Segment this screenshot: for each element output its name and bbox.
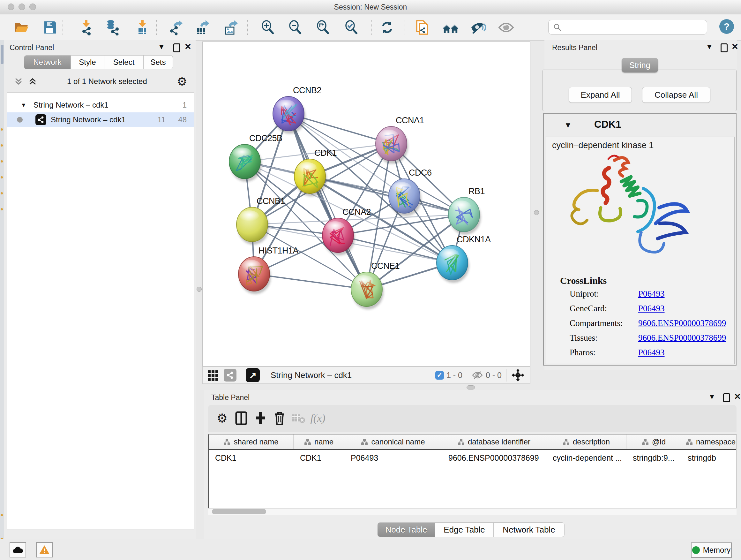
left-splitter-handle[interactable] [197, 287, 202, 292]
export-network-icon[interactable] [167, 19, 184, 36]
protein-collapse-icon[interactable]: ▼ [564, 121, 572, 130]
column-header[interactable]: shared name [209, 435, 293, 449]
tab-style[interactable]: Style [71, 55, 105, 69]
table-toolbar: ⚙ f(x) [208, 405, 737, 432]
memory-button[interactable]: Memory [691, 543, 732, 558]
tab-node-table[interactable]: Node Table [378, 522, 435, 537]
toolbar-separator [467, 369, 467, 381]
panel-float-icon[interactable] [721, 44, 728, 52]
horizontal-splitter-handle[interactable] [467, 385, 475, 389]
node-label: CDC6 [409, 168, 432, 178]
table-horizontal-scrollbar[interactable] [208, 508, 737, 515]
right-splitter-handle[interactable] [534, 210, 539, 215]
network-root-label: String Network – cdk1 [33, 101, 109, 110]
crosslink-label: Tissues: [569, 333, 598, 343]
column-header[interactable]: name [293, 435, 344, 449]
delete-column-icon[interactable] [270, 410, 289, 427]
pan-move-icon[interactable] [511, 368, 525, 382]
tab-network[interactable]: Network [24, 55, 71, 69]
columns-icon[interactable] [232, 410, 251, 427]
panel-menu-icon[interactable]: ▼ [158, 43, 165, 51]
collapse-all-icon[interactable] [14, 77, 23, 86]
expand-all-button[interactable]: Expand All [569, 87, 632, 103]
column-header[interactable]: canonical name [344, 435, 442, 449]
crosslink-value[interactable]: 9606.ENSP00000378699 [638, 333, 726, 343]
panel-float-icon[interactable] [173, 44, 180, 52]
refresh-icon[interactable] [379, 19, 395, 36]
tab-edge-table[interactable]: Edge Table [435, 522, 494, 537]
zoom-in-icon[interactable] [260, 19, 276, 36]
warning-button[interactable] [36, 542, 53, 557]
column-header[interactable]: @id [626, 435, 681, 449]
import-database-icon[interactable] [105, 19, 121, 36]
help-button[interactable]: ? [719, 19, 734, 34]
open-folder-icon[interactable] [13, 19, 30, 36]
crosslink-value[interactable]: 9606.ENSP00000378699 [638, 318, 726, 328]
tree-collapse-icon[interactable]: ▼ [21, 102, 26, 109]
search-input[interactable] [548, 20, 707, 35]
table-row[interactable]: CDK1 CDK1 P06493 9606.ENSP00000378699 cy… [209, 450, 736, 466]
panel-close-icon[interactable]: ✕ [734, 392, 741, 401]
node-label: CCNE1 [371, 261, 400, 271]
main-toolbar: ? [0, 14, 741, 41]
scrollbar-thumb[interactable] [212, 509, 266, 514]
zoom-out-icon[interactable] [287, 19, 304, 36]
node-label: CDK1 [314, 148, 337, 158]
table-gear-icon[interactable]: ⚙ [212, 410, 232, 427]
zoom-selected-icon[interactable] [343, 19, 360, 36]
import-table-icon[interactable] [134, 19, 151, 36]
tab-network-table[interactable]: Network Table [494, 522, 564, 537]
export-image-icon[interactable] [223, 19, 239, 36]
gear-icon[interactable]: ⚙ [177, 76, 187, 87]
network-node-ccnb2[interactable]: CCNB2 [273, 85, 321, 131]
tab-sets[interactable]: Sets [144, 55, 173, 69]
tab-select[interactable]: Select [105, 55, 144, 69]
collapse-all-button[interactable]: Collapse All [642, 87, 711, 103]
panel-close-icon[interactable]: ✕ [185, 42, 192, 52]
crosslink-label: Compartments: [569, 318, 623, 328]
panel-menu-icon[interactable]: ▼ [709, 393, 716, 401]
crosslink-value[interactable]: P06493 [638, 289, 665, 299]
crosslink-label: Pharos: [569, 348, 596, 358]
network-tree-root-row[interactable]: ▼ String Network – cdk1 1 [7, 98, 194, 112]
toolbar-separator [506, 369, 507, 381]
network-tree-child-row[interactable]: String Network – cdk1 11 48 [7, 112, 194, 127]
network-node-ccnb1[interactable]: CCNB1 [237, 196, 285, 242]
add-column-icon[interactable] [251, 410, 270, 427]
expand-all-icon[interactable] [28, 77, 37, 86]
network-node-ccna1[interactable]: CCNA1 [376, 116, 424, 161]
cloud-button[interactable] [10, 542, 26, 557]
title-bar: Session: New Session [0, 0, 741, 14]
network-node-cdkn1a[interactable]: CDKN1A [436, 235, 491, 280]
grid-view-icon[interactable] [207, 369, 219, 381]
column-header[interactable]: description [546, 435, 626, 449]
show-glass-icon[interactable] [498, 19, 515, 36]
status-bar [0, 539, 741, 560]
panel-close-icon[interactable]: ✕ [731, 42, 738, 52]
hide-glass-icon[interactable] [470, 19, 487, 36]
clone-network-icon[interactable] [414, 19, 430, 36]
column-header[interactable]: database identifier [442, 435, 546, 449]
node-label: CCNA2 [342, 207, 371, 217]
crosslink-value[interactable]: P06493 [638, 348, 665, 358]
toolbar-separator [405, 20, 405, 35]
node-label: CDC25B [249, 133, 282, 143]
network-node-ccne1[interactable]: CCNE1 [351, 261, 400, 307]
selected-nodes-checkbox[interactable]: ✓ [435, 371, 444, 380]
network-canvas[interactable]: CCNB2CCNA1CDC25BCDK1CDC6RB1CCNB1CCNA2CDK… [203, 42, 530, 366]
zoom-fit-icon[interactable] [315, 19, 332, 36]
string-home-icon[interactable] [442, 19, 459, 36]
crosslink-value[interactable]: P06493 [638, 304, 665, 314]
panel-float-icon[interactable] [723, 393, 730, 402]
network-view-toolbar: ↗ String Network – cdk1 ✓ 1 - 0 0 - 0 [202, 367, 530, 384]
network-overview-icon[interactable] [224, 369, 237, 381]
birds-eye-view-icon[interactable]: ↗ [246, 368, 260, 382]
column-header[interactable]: namespace [681, 435, 737, 449]
control-panel: Control Panel ▼ ✕ Network Style Select S… [4, 40, 196, 539]
tab-string[interactable]: String [622, 58, 658, 72]
panel-menu-icon[interactable]: ▼ [706, 43, 713, 51]
save-icon[interactable] [42, 19, 58, 36]
export-table-icon[interactable] [194, 19, 211, 36]
import-network-icon[interactable] [78, 19, 95, 36]
protein-structure-image [557, 150, 694, 265]
